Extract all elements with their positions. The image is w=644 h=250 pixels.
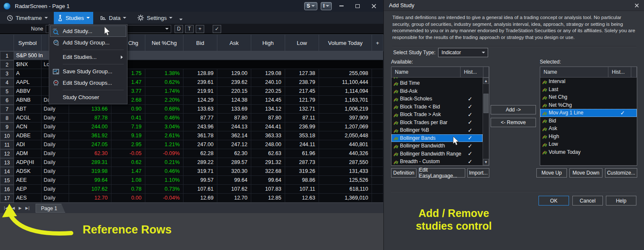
symbol-cell[interactable]: ABT <box>14 105 42 114</box>
net-chg-cell[interactable]: 9.19 <box>111 131 145 140</box>
net-chg-cell[interactable]: 2.95 <box>111 140 145 149</box>
volume-cell[interactable]: 440,801 <box>319 140 372 149</box>
volume-cell[interactable]: 11,100,444 <box>319 78 372 87</box>
ask-cell[interactable]: 133.69 <box>217 105 251 114</box>
interval-cell[interactable]: Daily <box>42 194 69 203</box>
row-number[interactable]: 15 <box>0 176 14 185</box>
row-number[interactable]: 16 <box>0 185 14 194</box>
volume-cell[interactable]: 1,006,219 <box>319 105 372 114</box>
net-pct-chg-cell[interactable]: 0.46% <box>145 167 183 176</box>
row-number[interactable]: 6 <box>0 96 14 105</box>
scrollbar-thumb[interactable] <box>483 94 489 113</box>
net-pct-chg-cell[interactable]: 0.68% <box>145 105 183 114</box>
customize-button[interactable]: Customize... <box>605 168 637 178</box>
bid-cell[interactable]: 124.29 <box>183 96 217 105</box>
row-number[interactable]: 10 <box>0 131 14 140</box>
ask-cell[interactable]: 362.14 <box>217 131 251 140</box>
checkmark-button[interactable]: ✓ <box>213 25 221 33</box>
symbol-cell[interactable]: AEE <box>14 176 42 185</box>
timeframe-button[interactable]: Timeframe <box>3 12 51 24</box>
bid-cell[interactable]: 128.89 <box>183 69 217 78</box>
net-chg-cell[interactable]: 0.62 <box>111 158 145 167</box>
net-chg-cell[interactable]: 1.08 <box>111 176 145 185</box>
net-chg-cell[interactable]: 0.41 <box>111 114 145 122</box>
last-cell[interactable]: 107.62 <box>69 185 111 194</box>
volume-cell[interactable]: 131,433 <box>319 167 372 176</box>
low-cell[interactable]: 107.11 <box>285 185 319 194</box>
list-item-bollinger-b[interactable]: Bollinger %B✓ <box>391 126 483 134</box>
low-cell[interactable]: 287.73 <box>285 158 319 167</box>
list-item-volume-today[interactable]: Volume Today <box>540 148 637 156</box>
row-number[interactable]: 8 <box>0 114 14 122</box>
column-header-name[interactable]: Name <box>391 67 461 78</box>
list-item-bid[interactable]: Bid <box>540 117 637 125</box>
move-down-button[interactable]: Move Down <box>569 168 602 178</box>
studies-button[interactable]: Studies <box>54 12 93 24</box>
definition-button[interactable]: Definition <box>391 168 416 178</box>
symbol-cell[interactable]: $INX <box>14 60 42 69</box>
bid-cell[interactable]: 133.63 <box>183 105 217 114</box>
high-cell[interactable]: 87.80 <box>251 114 285 122</box>
tick-button[interactable]: T <box>185 25 194 33</box>
net-pct-chg-cell[interactable]: -0.09% <box>145 149 183 158</box>
low-cell[interactable]: 127.38 <box>285 69 319 78</box>
symbol-cell[interactable]: A <box>14 69 42 78</box>
bid-cell[interactable]: 239.61 <box>183 78 217 87</box>
list-item-breadth-custom[interactable]: Breadth - Custom✓ <box>391 158 483 165</box>
net-pct-chg-cell[interactable]: 0.46% <box>145 114 183 122</box>
interval-cell[interactable]: Daily <box>42 105 69 114</box>
low-cell[interactable]: 319.26 <box>285 167 319 176</box>
last-cell[interactable]: 247.05 <box>69 140 111 149</box>
col-header[interactable] <box>0 34 14 51</box>
net-chg-cell[interactable]: 0.90 <box>111 105 145 114</box>
bid-cell[interactable]: 361.78 <box>183 131 217 140</box>
symbol-cell[interactable]: ADM <box>14 149 42 158</box>
column-header-hist[interactable]: Hist... <box>461 67 483 78</box>
net-pct-chg-cell[interactable]: 1.38% <box>145 69 183 78</box>
high-cell[interactable]: 363.33 <box>251 131 285 140</box>
list-item-bollinger-bands[interactable]: Bollinger Bands✓ <box>391 134 483 142</box>
interval-linking-button[interactable]: I <box>321 2 332 10</box>
last-cell[interactable]: 361.92 <box>69 131 111 140</box>
high-cell[interactable]: 134.12 <box>251 105 285 114</box>
ask-cell[interactable]: 99.64 <box>217 176 251 185</box>
row-number[interactable]: 1 <box>0 51 14 60</box>
ask-cell[interactable]: 239.62 <box>217 78 251 87</box>
symbol-cell[interactable]: ACGL <box>14 114 42 122</box>
bid-cell[interactable]: 219.91 <box>183 87 217 96</box>
high-cell[interactable]: 99.64 <box>251 176 285 185</box>
high-cell[interactable]: 291.32 <box>251 158 285 167</box>
net-chg-cell[interactable]: -0.05 <box>111 149 145 158</box>
interval-cell[interactable]: Daily <box>42 114 69 122</box>
high-cell[interactable]: 220.25 <box>251 87 285 96</box>
col-header-bid[interactable]: Bid <box>183 34 217 51</box>
low-cell[interactable]: 12.63 <box>285 194 319 203</box>
menu-item-add-study-group[interactable]: Add Study Group... <box>50 37 126 48</box>
ask-cell[interactable]: 62.30 <box>217 149 251 158</box>
col-header-high[interactable]: High <box>251 34 285 51</box>
help-button[interactable]: Help <box>606 196 636 206</box>
row-number[interactable]: 12 <box>0 149 14 158</box>
symbol-cell[interactable]: AEP <box>14 185 42 194</box>
symbol-cell[interactable]: ADI <box>14 140 42 149</box>
net-pct-chg-cell[interactable]: 1.10% <box>145 176 183 185</box>
cancel-button[interactable]: Cancel <box>572 196 603 206</box>
maximize-button[interactable] <box>351 2 364 10</box>
low-cell[interactable]: 217.45 <box>285 87 319 96</box>
high-cell[interactable]: 107.83 <box>251 185 285 194</box>
low-cell[interactable]: 98.86 <box>285 176 319 185</box>
scroll-up-icon[interactable]: ▲ <box>483 78 489 84</box>
volume-cell[interactable]: 618,110 <box>319 185 372 194</box>
list-item-block-trades-per-bar[interactable]: Block Trades per Bar✓ <box>391 119 483 127</box>
net-pct-chg-cell[interactable]: 1.74% <box>145 87 183 96</box>
volume-cell[interactable]: 440,326 <box>319 149 372 158</box>
last-cell[interactable]: 244.00 <box>69 122 111 131</box>
col-header-symbol[interactable]: Symbol <box>14 34 42 51</box>
ask-cell[interactable]: 129.00 <box>217 69 251 78</box>
symbol-cell[interactable]: AES <box>14 194 42 203</box>
day-button[interactable]: D <box>175 25 183 33</box>
symbol-cell[interactable]: ABNB <box>14 96 42 105</box>
close-button[interactable] <box>367 2 380 10</box>
net-pct-chg-cell[interactable]: 1.21% <box>145 140 183 149</box>
net-pct-chg-cell[interactable]: 2.61% <box>145 131 183 140</box>
